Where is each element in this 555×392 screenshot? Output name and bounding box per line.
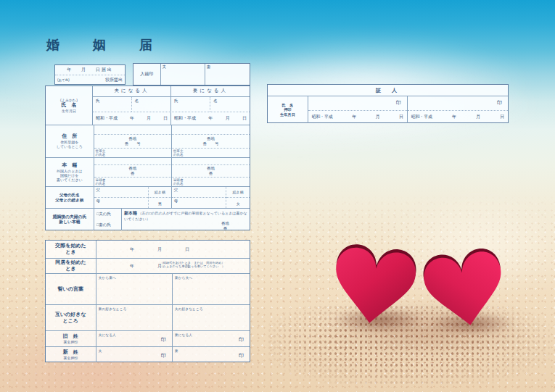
- banchi-guide: 番地 番 号: [94, 134, 171, 148]
- day-label: 日: [242, 115, 247, 122]
- like-husband-header: 妻の好きなところ: [99, 306, 127, 311]
- memorial-table: 交際を始めた とき 年 月 日 同居を始めた とき 年 月 日 （結婚式をあげた…: [45, 240, 250, 362]
- year-label: 年: [452, 114, 456, 120]
- witness-table: 証 人 氏 名 押印 生年月日 印 昭和・平成 年 月 日 印: [267, 84, 509, 123]
- honseki-note: 外国人のときは 国籍だけを 書いてください: [57, 169, 83, 183]
- wife-givenname-cell[interactable]: 名: [210, 97, 250, 112]
- seal-spot[interactable]: 印: [239, 336, 244, 343]
- signature-husband-header: 夫になる人: [99, 333, 116, 337]
- like-husband-field[interactable]: 妻の好きなところ: [96, 305, 173, 330]
- submit-office-label: 役所提出: [105, 77, 123, 83]
- address-label: 住 所: [62, 133, 77, 140]
- husband-seal-field[interactable]: 夫: [161, 64, 205, 85]
- husband-parents-field[interactable]: 父 母: [94, 187, 149, 208]
- father-label: 父: [172, 187, 226, 198]
- wife-parents-field[interactable]: 父 母: [172, 187, 226, 208]
- husband-relation-field[interactable]: 続き柄 男: [149, 187, 172, 208]
- like-wife-field[interactable]: 夫の好きなところ: [173, 305, 250, 330]
- old-surname-wife-signature[interactable]: 妻になる人 印: [173, 331, 250, 346]
- banchi-guide: 番地 番 号: [172, 134, 250, 148]
- era-label: 昭和・平成: [174, 115, 196, 122]
- seal-spot[interactable]: 印: [161, 352, 166, 359]
- witness1-name-field[interactable]: 印: [308, 96, 407, 111]
- marriage-registration-page: 婚 姻 届 年 月 日届出 (あて先) 役所提出 入籍印 夫 妻 (よみかた) …: [0, 0, 555, 392]
- like-row-label: 互いの好きな ところ: [46, 305, 96, 330]
- dating-row-label: 交際を始めた とき: [46, 241, 96, 258]
- witness1-birthdate-field[interactable]: 昭和・平成 年 月 日: [308, 111, 407, 123]
- relation-label: 続き柄: [149, 187, 171, 198]
- wife-honseki-field[interactable]: 番地 番 筆頭者 の氏名: [172, 158, 250, 186]
- male-label: 男: [149, 198, 171, 209]
- husband-surname-cell[interactable]: 氏: [93, 97, 132, 112]
- parents-label: 父母の氏名 父母との続き柄: [55, 193, 83, 203]
- registration-seal-box: 入籍印 夫 妻: [133, 63, 250, 86]
- new-surname-row-label: 新 姓 署名押印: [46, 347, 96, 362]
- wife-column-header: 妻になる人: [171, 86, 250, 96]
- seal-spot[interactable]: 印: [239, 352, 244, 359]
- day-label: 日: [185, 246, 189, 253]
- witness2-birthdate-field[interactable]: 昭和・平成 年 月 日: [408, 111, 508, 123]
- husband-name-field[interactable]: 氏 名: [93, 97, 171, 112]
- new-surname-wife-signature[interactable]: 妻 印: [173, 347, 250, 362]
- name-label: 氏 名: [62, 102, 77, 109]
- wife-birthdate-field[interactable]: 昭和・平成 年 月 日: [171, 112, 250, 125]
- addressee-label: (あて先): [57, 78, 70, 82]
- husband-givenname-cell[interactable]: 名: [132, 97, 171, 112]
- couple-details-table: (よみかた) 氏 名 生年月日 夫になる人 妻になる人 氏 名 氏 名: [45, 86, 250, 230]
- wife-address-field[interactable]: 番地 番 号 世帯主 の氏名: [172, 125, 250, 157]
- signature-wife-header: 妻: [175, 349, 178, 353]
- vow-husband-field[interactable]: 夫から妻へ: [96, 274, 173, 304]
- new-honseki-field[interactable]: 新本籍 （左の□の氏の人がすでに戸籍の筆頭者となっているときは書かないでください…: [122, 209, 250, 230]
- new-honseki-label: 新本籍: [124, 211, 137, 215]
- month-label: 月: [476, 114, 480, 120]
- vow-wife-field[interactable]: 妻から夫へ: [173, 274, 250, 304]
- banchi-guide: 番地 番: [122, 221, 250, 232]
- cohabit-date-field[interactable]: 年 月 日 （結婚式をあげたとき、または、同居を始め） （たときのうち早いほうを…: [96, 259, 250, 273]
- signature-husband-header: 夫: [99, 349, 102, 353]
- husband-surname-checkbox[interactable]: □夫の氏: [96, 212, 121, 217]
- month-label: 月: [157, 246, 162, 253]
- birthdate-label: 生年月日: [62, 109, 76, 113]
- old-surname-husband-signature[interactable]: 夫になる人 印: [96, 331, 173, 346]
- dating-date-field[interactable]: 年 月 日: [96, 241, 250, 258]
- witness-label: 氏 名 押印 生年月日: [268, 96, 308, 123]
- wife-surname-checkbox[interactable]: □妻の氏: [96, 222, 121, 228]
- banchi-guide: 番地 番: [94, 164, 171, 177]
- wife-label: 妻: [207, 64, 211, 70]
- signature-wife-header: 妻になる人: [175, 333, 192, 337]
- new-honseki-note: （左の□の氏の人がすでに戸籍の筆頭者となっているときは書かないでください）: [124, 211, 247, 221]
- new-surname-husband-signature[interactable]: 夫 印: [96, 347, 173, 362]
- seal-box-label: 入籍印: [133, 64, 161, 85]
- female-label: 女: [226, 198, 250, 209]
- mother-label: 母: [94, 198, 148, 209]
- husband-address-field[interactable]: 番地 番 号 世帯主 の氏名: [94, 125, 172, 157]
- address-note: 住民登録を しているところ: [57, 140, 83, 149]
- day-label: 日: [500, 114, 504, 120]
- wife-surname-cell[interactable]: 氏: [171, 97, 210, 112]
- seal-spot[interactable]: 印: [161, 336, 166, 343]
- witness-header: 証 人: [268, 85, 508, 96]
- month-label: 月: [226, 115, 230, 122]
- notification-date-field[interactable]: 年 月 日届出: [55, 65, 125, 75]
- name-section-label: (よみかた) 氏 名 生年月日: [46, 86, 93, 125]
- wife-seal-field[interactable]: 妻: [205, 64, 250, 85]
- year-label: 年: [130, 246, 134, 253]
- householder-label: 世帯主 の氏名: [94, 148, 171, 157]
- witness2-name-field[interactable]: 印: [408, 96, 508, 111]
- wife-name-field[interactable]: 氏 名: [171, 97, 250, 112]
- wife-relation-field[interactable]: 続き柄 女: [226, 187, 250, 208]
- husband-label: 夫: [163, 64, 167, 70]
- era-label: 昭和・平成: [312, 114, 333, 120]
- like-wife-header: 夫の好きなところ: [175, 306, 203, 311]
- father-label: 父: [94, 187, 148, 198]
- month-label: 月: [147, 115, 151, 122]
- seal-spot[interactable]: 印: [497, 99, 502, 107]
- husband-column-header: 夫になる人: [93, 86, 171, 96]
- vow-wife-header: 妻から夫へ: [175, 275, 192, 280]
- cohabit-note: （結婚式をあげたとき、または、同居を始め） （たときのうち早いほうを書いてくださ…: [160, 261, 225, 269]
- banchi-guide: 番地 番: [172, 164, 250, 177]
- year-label: 年: [208, 115, 213, 122]
- husband-honseki-field[interactable]: 番地 番 筆頭者 の氏名: [94, 158, 172, 186]
- husband-birthdate-field[interactable]: 昭和・平成 年 月 日: [93, 112, 171, 125]
- seal-spot[interactable]: 印: [396, 99, 401, 107]
